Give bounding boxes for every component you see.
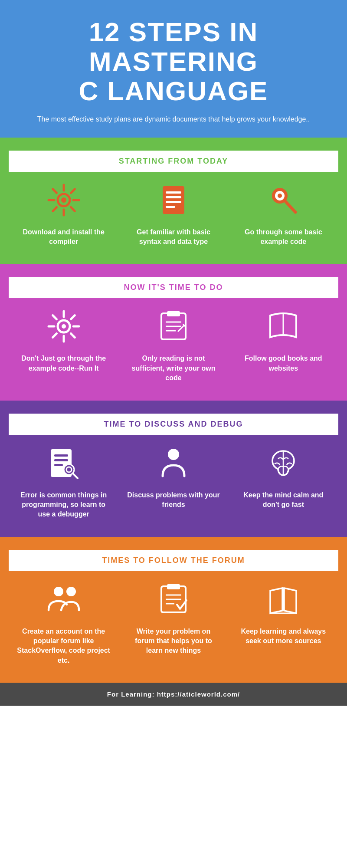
item-friends: Discuss problems with your friends (126, 444, 221, 510)
svg-point-47 (66, 587, 76, 596)
svg-line-27 (71, 316, 75, 319)
section-starting-label: Starting From Today (9, 151, 338, 172)
item-write-code-text: Only reading is not sufficient, write yo… (126, 354, 221, 383)
item-download-compiler: Download and install the compiler (16, 181, 111, 247)
svg-line-43 (73, 473, 78, 478)
svg-line-6 (52, 189, 56, 193)
section-time-to-do-items: Don't Just go through the example code--… (9, 307, 338, 383)
svg-point-44 (168, 449, 179, 460)
svg-rect-49 (167, 584, 180, 589)
section-starting: Starting From Today (0, 138, 347, 264)
svg-point-1 (61, 197, 66, 203)
item-keep-learning: Keep learning and always seek out more s… (236, 580, 331, 646)
item-debugger: Error is common things in programming, s… (16, 444, 111, 519)
gear-outline-icon (44, 307, 83, 346)
item-create-account: Create an account on the popular forum l… (16, 580, 111, 666)
item-good-books-text: Follow good books and websites (236, 354, 331, 373)
item-basic-syntax: Get familiar with basic syntax and data … (126, 181, 221, 247)
svg-line-8 (71, 189, 75, 193)
svg-line-9 (52, 207, 56, 211)
footer: For Learning: https://aticleworld.com/ (0, 683, 347, 706)
item-run-code-text: Don't Just go through the example code--… (16, 354, 111, 373)
section-time-to-do: Now It's Time To Do (0, 264, 347, 400)
svg-rect-13 (166, 201, 181, 203)
item-download-text: Download and install the compiler (16, 227, 111, 247)
users-icon (44, 580, 83, 619)
search-magnify-icon (264, 181, 303, 220)
footer-text: For Learning: https://aticleworld.com/ (107, 690, 240, 698)
section-discuss-debug-label: Time To Discuss And Debug (9, 414, 338, 435)
svg-line-28 (52, 334, 56, 338)
item-calm-mind: Keep the mind calm and don't go fast (236, 444, 331, 510)
svg-line-25 (52, 316, 56, 319)
item-example-code: Go through some basic example code (236, 181, 331, 247)
item-debugger-text: Error is common things in programming, s… (16, 490, 111, 519)
svg-rect-11 (166, 191, 181, 194)
section-forum: Times To Follow The Forum Create an acco… (0, 537, 347, 683)
person-icon (154, 444, 193, 483)
svg-point-46 (54, 587, 63, 596)
header-subtitle: The most effective study plans are dynam… (26, 114, 321, 125)
item-create-account-text: Create an account on the popular forum l… (16, 627, 111, 666)
svg-rect-14 (166, 206, 175, 208)
brain-icon (264, 444, 303, 483)
section-starting-items: Download and install the compiler Get fa… (9, 181, 338, 247)
book-icon (264, 307, 303, 346)
svg-rect-12 (166, 196, 181, 198)
file-search-icon (44, 444, 83, 483)
item-write-problem-text: Write your problem on forum that helps y… (126, 627, 221, 656)
svg-rect-40 (54, 464, 63, 466)
svg-rect-10 (163, 186, 184, 214)
page-header: 12 Steps InMasteringC Language The most … (0, 0, 347, 138)
item-good-books: Follow good books and websites (236, 307, 331, 373)
svg-point-20 (62, 324, 66, 329)
item-keep-learning-text: Keep learning and always seek out more s… (236, 627, 331, 646)
page-title: 12 Steps InMasteringC Language (26, 17, 321, 106)
gear-icon (44, 181, 83, 220)
item-calm-mind-text: Keep the mind calm and don't go fast (236, 490, 331, 510)
item-write-problem: Write your problem on forum that helps y… (126, 580, 221, 656)
item-write-code: Only reading is not sufficient, write yo… (126, 307, 221, 383)
item-run-code: Don't Just go through the example code--… (16, 307, 111, 373)
section-discuss-debug: Time To Discuss And Debug Error is commo… (0, 401, 347, 537)
svg-rect-39 (54, 459, 68, 461)
item-basic-syntax-text: Get familiar with basic syntax and data … (126, 227, 221, 247)
svg-line-18 (286, 202, 295, 212)
document-icon (154, 181, 193, 220)
svg-point-17 (278, 194, 282, 198)
svg-line-26 (71, 334, 75, 338)
book-open-icon (264, 580, 303, 619)
svg-line-7 (71, 207, 75, 211)
item-example-code-text: Go through some basic example code (236, 227, 331, 247)
item-friends-text: Discuss problems with your friends (126, 490, 221, 510)
section-discuss-debug-items: Error is common things in programming, s… (9, 444, 338, 519)
notepad-check-icon (154, 580, 193, 619)
svg-rect-30 (167, 311, 180, 316)
section-forum-items: Create an account on the popular forum l… (9, 580, 338, 666)
svg-rect-38 (54, 454, 68, 457)
section-forum-label: Times To Follow The Forum (9, 550, 338, 571)
section-time-to-do-label: Now It's Time To Do (9, 277, 338, 298)
notepad-icon (154, 307, 193, 346)
